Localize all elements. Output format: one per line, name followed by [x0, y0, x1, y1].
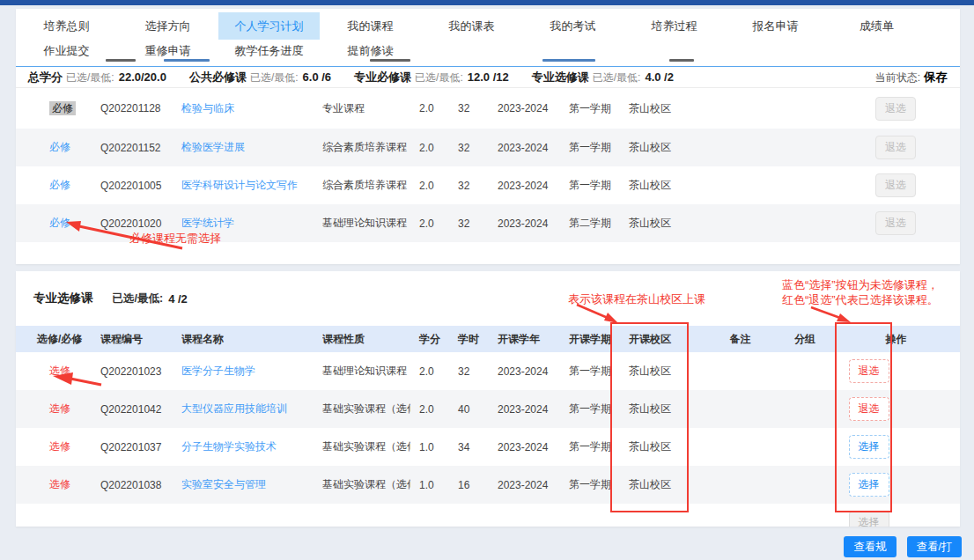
tab-teaching-task-progress[interactable]: 教学任务进度 [218, 40, 320, 66]
clipped-text-fragment [669, 59, 694, 62]
tab-training-rules[interactable]: 培养总则 [16, 12, 117, 40]
tab-training-process[interactable]: 培养过程 [624, 12, 725, 40]
withdraw-button-disabled: 退选 [875, 211, 916, 235]
course-nature: 基础实验课程（选修） [322, 390, 410, 428]
course-hours: 32 [451, 166, 493, 204]
tab-personal-study-plan[interactable]: 个人学习计划 [218, 12, 320, 40]
course-code: Q202201037 [100, 428, 181, 466]
course-note [703, 466, 778, 504]
table-row-partial: 选择 [16, 504, 960, 527]
elective-section-header: 专业选修课 已选/最低: 4 /2 [16, 271, 960, 326]
tab-transcript[interactable]: 成绩单 [826, 12, 927, 40]
course-year: 2023-2024 [493, 466, 567, 504]
tab-registration[interactable]: 报名申请 [725, 12, 826, 40]
summary-value: 4.0 /2 [645, 70, 674, 84]
tab-direction-select[interactable]: 选择方向 [117, 12, 218, 40]
course-credit: 1.0 [410, 428, 451, 466]
withdraw-button[interactable]: 退选 [849, 397, 889, 421]
table-row: 必修 Q202201128 检验与临床 专业课程 2.0 32 2023-202… [16, 88, 960, 129]
course-group [778, 466, 832, 504]
select-button[interactable]: 选择 [849, 473, 889, 497]
course-term: 第一学期 [567, 166, 627, 204]
course-campus: 茶山校区 [627, 428, 703, 466]
tab-homework-submit[interactable]: 作业提交 [16, 40, 117, 66]
course-name-link[interactable]: 实验室安全与管理 [181, 478, 266, 490]
tab-my-courses[interactable]: 我的课程 [320, 12, 421, 40]
nav-tab-row-1: 培养总则 选择方向 个人学习计划 我的课程 我的课表 我的考试 培养过程 报名申… [16, 12, 960, 40]
course-name-link[interactable]: 检验与临床 [181, 102, 234, 114]
course-group [778, 390, 832, 428]
summary-sub: 已选/最低: [593, 70, 641, 85]
select-button[interactable]: 选择 [849, 435, 889, 459]
clipped-text-fragment [106, 59, 136, 62]
course-type: 必修 [49, 217, 70, 229]
course-type: 必修 [49, 141, 70, 153]
course-hours: 40 [451, 390, 493, 428]
course-year: 2023-2024 [493, 88, 567, 129]
tab-my-timetable[interactable]: 我的课表 [421, 12, 522, 40]
header-credit: 学分 [410, 326, 451, 352]
clipped-text-fragment [370, 59, 410, 62]
view-print-button[interactable]: 查看/打印 [907, 536, 962, 557]
summary-value: 12.0 /12 [468, 70, 509, 84]
summary-public-required: 公共必修课 已选/最低: 6.0 /6 [189, 70, 331, 85]
section-title: 专业选修课 [33, 291, 93, 306]
tab-retake-apply[interactable]: 重修申请 [117, 40, 218, 66]
course-note [703, 428, 778, 466]
course-hours: 16 [451, 466, 493, 504]
course-note [703, 129, 778, 166]
withdraw-button[interactable]: 退选 [849, 359, 889, 383]
clipped-text-fragment [542, 59, 595, 62]
tab-early-study[interactable]: 提前修读 [320, 40, 421, 66]
course-term: 第一学期 [567, 88, 627, 129]
course-term: 第一学期 [567, 428, 627, 466]
course-credit: 2.0 [410, 352, 451, 390]
credit-summary-bar: 总学分 已选/最低: 22.0/20.0 公共必修课 已选/最低: 6.0 /6… [16, 67, 960, 88]
status-value: 保存 [924, 70, 948, 85]
course-name-link[interactable]: 分子生物学实验技术 [181, 440, 277, 453]
course-group [778, 352, 832, 390]
course-name-link[interactable]: 大型仪器应用技能培训 [181, 402, 287, 415]
course-name-link[interactable]: 医学分子生物学 [181, 365, 255, 377]
course-name-link[interactable]: 医学科研设计与论文写作 [181, 179, 298, 191]
course-group [778, 129, 832, 166]
course-code: Q202201128 [100, 88, 181, 129]
course-hours: 32 [451, 204, 493, 242]
course-hours: 32 [451, 88, 493, 129]
header-term: 开课学期 [567, 326, 627, 352]
summary-sub: 已选/最低: [415, 70, 463, 85]
header-nature: 课程性质 [322, 326, 410, 352]
withdraw-button-disabled: 退选 [875, 173, 916, 197]
tab-my-exams[interactable]: 我的考试 [522, 12, 624, 40]
study-plan-panel: 培养总则 选择方向 个人学习计划 我的课程 我的课表 我的考试 培养过程 报名申… [16, 9, 960, 264]
status-label: 当前状态: [875, 70, 920, 85]
header-note: 备注 [703, 326, 778, 352]
course-credit: 2.0 [410, 129, 451, 166]
nav-tabs: 培养总则 选择方向 个人学习计划 我的课程 我的课表 我的考试 培养过程 报名申… [16, 9, 960, 67]
course-group [778, 204, 832, 242]
course-type: 选修 [49, 440, 70, 453]
course-nature: 基础实验课程（选修） [322, 466, 410, 504]
course-code: Q202201152 [100, 129, 181, 166]
course-note [703, 352, 778, 390]
course-campus: 茶山校区 [627, 466, 703, 504]
course-name-link[interactable]: 医学统计学 [181, 217, 234, 229]
section-value: 4 /2 [168, 292, 188, 306]
view-rules-button[interactable]: 查看规则 [844, 536, 897, 557]
summary-label: 专业必修课 [354, 70, 411, 85]
course-code: Q202201042 [100, 390, 181, 428]
course-term: 第一学期 [567, 466, 627, 504]
select-button-clipped[interactable]: 选择 [849, 511, 889, 527]
course-credit: 2.0 [410, 204, 451, 242]
header-type: 选修/必修 [16, 326, 100, 352]
elective-course-panel: 专业选修课 已选/最低: 4 /2 选修/必修 课程编号 课程名称 课程性质 学… [16, 271, 960, 527]
course-credit: 2.0 [410, 166, 451, 204]
course-name-link[interactable]: 检验医学进展 [181, 141, 245, 153]
course-campus: 茶山校区 [627, 88, 703, 129]
clipped-text-fragment [164, 59, 210, 62]
header-year: 开课学年 [493, 326, 567, 352]
header-action: 操作 [832, 326, 960, 352]
course-note [703, 204, 778, 242]
course-year: 2023-2024 [493, 166, 567, 204]
course-campus: 茶山校区 [627, 390, 703, 428]
